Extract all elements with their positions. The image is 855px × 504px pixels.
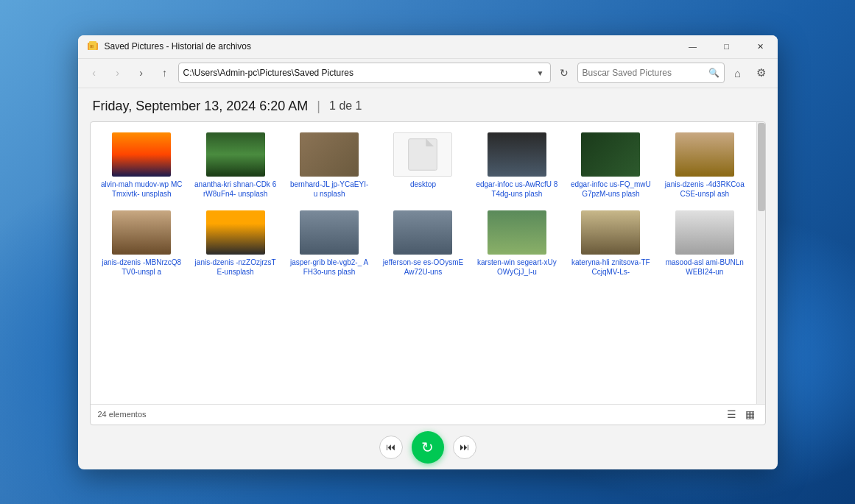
recent-locations-button[interactable]: ›	[131, 63, 152, 83]
forward-icon: ›	[116, 67, 119, 79]
list-item[interactable]: janis-dzenis -MBNrzcQ8 TV0-unspl a	[98, 207, 186, 280]
list-item[interactable]: jasper-grib ble-vgb2-_ AFH3o-uns plash	[285, 207, 373, 280]
skip-back-button[interactable]: ⏮	[379, 436, 403, 459]
svg-text:⊞: ⊞	[90, 44, 94, 49]
svg-rect-4	[409, 138, 437, 170]
file-name: alvin-mah mudov-wp MCTmxivtk- unsplash	[101, 180, 183, 199]
up-arrow-icon: ↑	[162, 67, 167, 79]
list-item[interactable]: desktop	[379, 129, 467, 202]
file-thumbnail	[488, 132, 546, 177]
date-text: Friday, September 13, 2024 6:20 AM	[93, 99, 309, 114]
skip-back-icon: ⏮	[386, 441, 395, 452]
list-item[interactable]: anantha-kri shnan-CDk 6rW8uFn4- unsplash	[191, 129, 279, 202]
search-icon: 🔍	[708, 68, 719, 78]
file-thumbnail	[300, 210, 359, 255]
item-count: 24 elementos	[98, 410, 147, 419]
file-thumbnail	[300, 132, 359, 177]
date-header: Friday, September 13, 2024 6:20 AM | 1 d…	[78, 88, 778, 121]
file-thumbnail	[675, 210, 734, 255]
list-item[interactable]: alvin-mah mudov-wp MCTmxivtk- unsplash	[98, 129, 186, 202]
file-thumbnail	[488, 210, 546, 255]
page-info: 1 de 1	[329, 99, 362, 113]
address-bar: ▼	[178, 63, 551, 83]
file-thumbnail	[112, 132, 171, 177]
back-button[interactable]: ‹	[84, 63, 105, 83]
window-title: Saved Pictures - Historial de archivos	[105, 41, 676, 52]
view-controls: ☰ ▦	[724, 407, 758, 422]
file-thumbnail	[206, 132, 265, 177]
forward-button[interactable]: ›	[108, 63, 128, 83]
search-input[interactable]	[583, 68, 708, 78]
file-name: anantha-kri shnan-CDk 6rW8uFn4- unsplash	[194, 180, 276, 199]
main-window: ⊞ Saved Pictures - Historial de archivos…	[78, 35, 778, 469]
file-name: edgar-infoc us-AwRcfU 8T4dg-uns plash	[476, 180, 557, 199]
close-button[interactable]: ✕	[744, 35, 778, 59]
list-item[interactable]: edgar-infoc us-FQ_mwU G7pzM-uns plash	[567, 129, 655, 202]
file-thumbnail	[581, 132, 640, 177]
list-item[interactable]: jefferson-se es-OOysmE Aw72U-uns	[379, 207, 467, 280]
list-item[interactable]: janis-dzenis -nzZOzjrzsT E-unsplash	[191, 207, 279, 280]
scrollbar-thumb[interactable]	[758, 123, 765, 211]
file-name: kateryna-hli znitsova-TF CcjqMV-Ls-	[570, 258, 652, 277]
title-bar: ⊞ Saved Pictures - Historial de archivos…	[78, 35, 778, 59]
settings-button[interactable]: ⚙	[751, 63, 772, 83]
play-icon: ↻	[421, 439, 434, 456]
up-button[interactable]: ↑	[155, 63, 175, 83]
file-name: desktop	[410, 180, 436, 189]
file-name: janis-dzenis -MBNrzcQ8 TV0-unspl a	[101, 258, 183, 277]
chevron-icon: ›	[139, 67, 143, 79]
app-icon: ⊞	[87, 40, 99, 52]
search-button[interactable]: 🔍	[708, 68, 719, 78]
list-item[interactable]: masood-asl ami-BUNLn WEBI24-un	[661, 207, 748, 280]
back-icon: ‹	[92, 67, 96, 79]
file-thumbnail	[206, 210, 265, 255]
file-grid-wrapper: alvin-mah mudov-wp MCTmxivtk- unsplashan…	[91, 122, 765, 404]
file-name: edgar-infoc us-FQ_mwU G7pzM-uns plash	[570, 180, 652, 199]
skip-forward-button[interactable]: ⏭	[453, 436, 476, 459]
toolbar: ‹ › › ↑ ▼ ↻ 🔍 ⌂ ⚙	[78, 59, 778, 88]
file-name: jasper-grib ble-vgb2-_ AFH3o-uns plash	[288, 258, 370, 277]
file-thumbnail	[675, 132, 734, 177]
file-area: alvin-mah mudov-wp MCTmxivtk- unsplashan…	[90, 121, 766, 425]
address-dropdown-button[interactable]: ▼	[535, 69, 546, 77]
date-separator: |	[317, 99, 320, 114]
file-grid: alvin-mah mudov-wp MCTmxivtk- unsplashan…	[91, 122, 756, 404]
file-area-footer: 24 elementos ☰ ▦	[91, 404, 765, 425]
minimize-button[interactable]: —	[676, 35, 710, 59]
home-icon: ⌂	[734, 67, 741, 79]
list-item[interactable]: karsten-win segeart-xUy OWyCjJ_I-u	[473, 207, 560, 280]
file-name: jefferson-se es-OOysmE Aw72U-uns	[382, 258, 464, 277]
playback-bar: ⏮ ↻ ⏭	[78, 425, 778, 469]
window-controls: — □ ✕	[676, 35, 778, 59]
skip-forward-icon: ⏭	[460, 441, 469, 452]
list-item[interactable]: kateryna-hli znitsova-TF CcjqMV-Ls-	[567, 207, 655, 280]
file-name: janis-dzenis -4d3RKCoa CSE-unspl ash	[664, 180, 745, 199]
file-thumbnail	[112, 210, 171, 255]
file-name: karsten-win segeart-xUy OWyCjJ_I-u	[476, 258, 557, 277]
grid-view-button[interactable]: ▦	[742, 407, 758, 422]
file-thumbnail	[581, 210, 640, 255]
refresh-button[interactable]: ↻	[554, 63, 574, 83]
scrollbar[interactable]	[756, 122, 765, 404]
file-thumbnail	[393, 210, 452, 255]
gear-icon: ⚙	[756, 66, 766, 79]
list-item[interactable]: bernhard-JL jp-YCaEYI-u nsplash	[285, 129, 373, 202]
address-input[interactable]	[183, 68, 535, 78]
list-view-button[interactable]: ☰	[724, 407, 739, 422]
maximize-button[interactable]: □	[710, 35, 744, 59]
refresh-icon: ↻	[560, 67, 569, 79]
list-item[interactable]: edgar-infoc us-AwRcfU 8T4dg-uns plash	[473, 129, 560, 202]
home-button[interactable]: ⌂	[728, 63, 748, 83]
file-thumbnail	[393, 132, 452, 177]
play-button[interactable]: ↻	[412, 431, 444, 464]
file-name: janis-dzenis -nzZOzjrzsT E-unsplash	[194, 258, 276, 277]
file-name: masood-asl ami-BUNLn WEBI24-un	[664, 258, 745, 277]
file-name: bernhard-JL jp-YCaEYI-u nsplash	[288, 180, 370, 199]
list-item[interactable]: janis-dzenis -4d3RKCoa CSE-unspl ash	[661, 129, 748, 202]
search-bar: 🔍	[577, 63, 725, 83]
